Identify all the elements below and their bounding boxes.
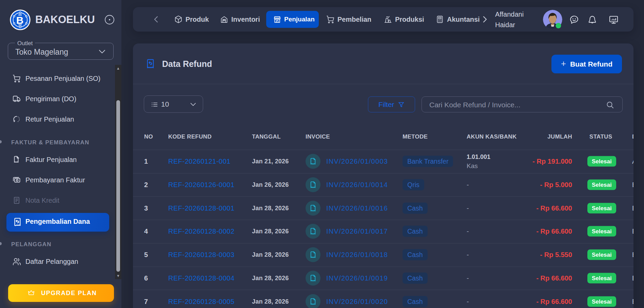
svg-text:B: B — [16, 15, 24, 26]
